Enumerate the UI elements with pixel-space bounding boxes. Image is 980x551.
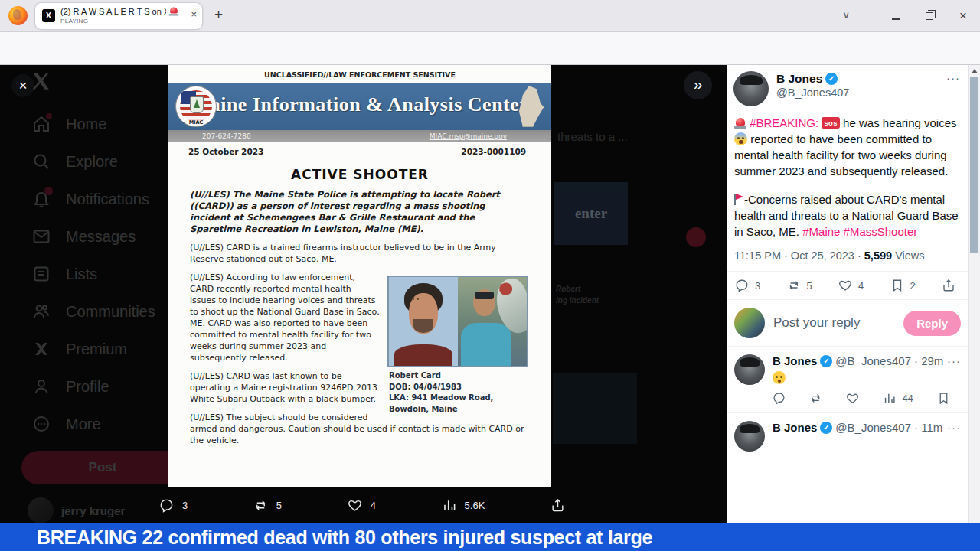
like-button[interactable]: 4 bbox=[838, 279, 864, 292]
reply-time: · 11m bbox=[914, 421, 942, 434]
browser-tab[interactable]: X (2) R A W S A L E R T S on X: " PLAYIN… bbox=[35, 3, 202, 29]
bookmark-icon bbox=[890, 279, 904, 292]
tab-strip: X (2) R A W S A L E R T S on X: " PLAYIN… bbox=[0, 0, 980, 32]
current-user-avatar[interactable] bbox=[734, 308, 765, 338]
browser-toolbar: ← → ↻ https://twitter.com/B_Jones407/sta… bbox=[0, 32, 980, 65]
repost-icon bbox=[253, 498, 268, 513]
tweet-more-button[interactable]: ··· bbox=[946, 71, 960, 84]
like-button[interactable]: 4 bbox=[348, 498, 376, 513]
tab-list-chevron-icon[interactable]: ∨ bbox=[842, 9, 850, 21]
ghost-text: Roberting incident bbox=[556, 283, 599, 306]
post-button[interactable]: Post bbox=[21, 451, 184, 484]
author-avatar[interactable] bbox=[733, 71, 769, 106]
reply-icon bbox=[159, 498, 174, 513]
repost-button[interactable]: 5 bbox=[787, 279, 812, 292]
verified-badge-icon: ✓ bbox=[825, 73, 838, 85]
ghost-avatar bbox=[686, 227, 706, 247]
siren-emoji-icon bbox=[169, 7, 179, 15]
tweet-timestamp: 11:15 PM · Oct 25, 2023 · 5,599 Views bbox=[734, 249, 961, 262]
reply-author-name[interactable]: B Jones bbox=[773, 354, 817, 367]
reply-more-button[interactable]: ··· bbox=[947, 354, 961, 367]
views-button[interactable]: 44 bbox=[883, 392, 913, 405]
scrollbar-thumb[interactable] bbox=[970, 77, 978, 253]
email-link: MIAC.msp@maine.gov bbox=[430, 132, 507, 140]
phone-number: 207-624-7280 bbox=[202, 132, 251, 140]
reply-tweet[interactable]: B Jones ✓ @B_Jones407 · 29m ··· 44 bbox=[727, 347, 968, 405]
verified-badge-icon: ✓ bbox=[820, 355, 832, 367]
restore-button[interactable] bbox=[913, 10, 946, 22]
reply-submit-button[interactable]: Reply bbox=[903, 311, 961, 336]
reply-icon[interactable] bbox=[773, 392, 786, 405]
tweet-text: #BREAKING: sos he was hearing voices rep… bbox=[734, 115, 960, 240]
reply-icon bbox=[735, 279, 749, 292]
doc-paragraph: (U//LES) The subject should be considere… bbox=[190, 412, 528, 446]
reply-time: · 29m bbox=[914, 354, 943, 367]
account-avatar bbox=[28, 497, 54, 523]
envelope-icon bbox=[32, 227, 51, 246]
heart-icon bbox=[838, 279, 852, 292]
bulletin-image: UNCLASSIFIED//LAW ENFORCEMENT SENSITIVE … bbox=[168, 65, 551, 487]
search-icon bbox=[32, 152, 51, 171]
bell-icon bbox=[32, 190, 51, 208]
heart-icon[interactable] bbox=[846, 392, 859, 405]
author-name[interactable]: B Jones ✓ bbox=[776, 71, 849, 86]
agency-title: Maine Information & Analysis Center bbox=[168, 83, 551, 116]
repost-button[interactable]: 5 bbox=[253, 498, 282, 513]
analytics-icon bbox=[442, 498, 456, 513]
tweet-action-bar: 3 5 4 2 bbox=[727, 272, 968, 299]
scroll-up-arrow-icon[interactable] bbox=[972, 69, 978, 73]
reply-input[interactable]: Post your reply bbox=[773, 315, 903, 331]
hashtag-breaking[interactable]: #BREAKING: bbox=[750, 116, 818, 129]
reply-more-button[interactable]: ··· bbox=[947, 421, 961, 434]
ticker-text: BREAKING 22 confirmed dead with 80 other… bbox=[37, 527, 652, 549]
hashtags[interactable]: #Maine #MassShooter bbox=[802, 225, 917, 238]
case-number: 2023-0001109 bbox=[461, 147, 526, 156]
doc-meta-row: 25 October 2023 2023-0001109 bbox=[168, 147, 551, 156]
repost-icon[interactable] bbox=[809, 392, 822, 405]
repost-icon bbox=[787, 279, 801, 292]
reply-author-name[interactable]: B Jones bbox=[773, 421, 817, 434]
views-button[interactable]: 5.6K bbox=[442, 498, 485, 513]
next-photo-button[interactable]: » bbox=[684, 71, 712, 99]
suspect-photo-license bbox=[389, 277, 458, 366]
anxious-face-emoji-icon bbox=[734, 132, 747, 145]
list-icon bbox=[32, 265, 51, 283]
close-photo-button[interactable]: × bbox=[11, 74, 34, 97]
miac-seal-icon: MIAC bbox=[175, 86, 217, 127]
reply-button[interactable]: 3 bbox=[159, 498, 188, 513]
photo-caption: Robert Card DOB: 04/04/1983 LKA: 941 Mea… bbox=[387, 367, 528, 415]
page-scrollbar[interactable] bbox=[968, 65, 980, 523]
suspect-photo-block: Robert Card DOB: 04/04/1983 LKA: 941 Mea… bbox=[387, 276, 528, 415]
ghost-thumbnail bbox=[553, 373, 637, 444]
reply-author-avatar[interactable] bbox=[734, 354, 765, 385]
bookmark-button[interactable]: 2 bbox=[890, 279, 916, 292]
people-icon bbox=[32, 302, 51, 321]
reply-button[interactable]: 3 bbox=[735, 279, 760, 292]
share-icon bbox=[942, 279, 956, 292]
siren-emoji-icon bbox=[734, 118, 746, 129]
share-button[interactable] bbox=[550, 498, 565, 513]
reply-author-avatar[interactable] bbox=[734, 421, 765, 452]
contact-bar: 207-624-7280 MIAC.msp@maine.gov bbox=[168, 130, 551, 142]
news-ticker: BREAKING 22 confirmed dead with 80 other… bbox=[0, 523, 980, 551]
doc-body: (U//LES) The Maine State Police is attem… bbox=[168, 189, 551, 446]
account-switcher[interactable]: jerry kruger bbox=[28, 497, 125, 523]
x-premium-icon bbox=[32, 340, 51, 358]
author-handle[interactable]: @B_Jones407 bbox=[776, 86, 849, 100]
firefox-icon[interactable] bbox=[8, 6, 28, 25]
new-tab-button[interactable]: + bbox=[214, 6, 223, 23]
minimize-button[interactable] bbox=[879, 10, 913, 22]
analytics-icon bbox=[883, 392, 896, 405]
bookmark-icon[interactable] bbox=[937, 392, 950, 405]
tab-title: (2) R A W S A L E R T S on X: " bbox=[60, 6, 181, 17]
share-button[interactable] bbox=[942, 279, 956, 292]
person-icon bbox=[32, 377, 51, 396]
close-window-button[interactable]: × bbox=[946, 8, 980, 24]
tab-close-icon[interactable]: × bbox=[191, 8, 197, 20]
tab-playing-label: PLAYING bbox=[60, 18, 88, 24]
reply-author-handle[interactable]: @B_Jones407 bbox=[835, 354, 911, 367]
doc-title: ACTIVE SHOOTER bbox=[168, 167, 551, 182]
reply-author-handle[interactable]: @B_Jones407 bbox=[835, 421, 911, 434]
ghost-thumbnail: enter bbox=[554, 182, 628, 245]
reply-tweet[interactable]: B Jones ✓ @B_Jones407 · 11m ··· bbox=[727, 413, 968, 452]
